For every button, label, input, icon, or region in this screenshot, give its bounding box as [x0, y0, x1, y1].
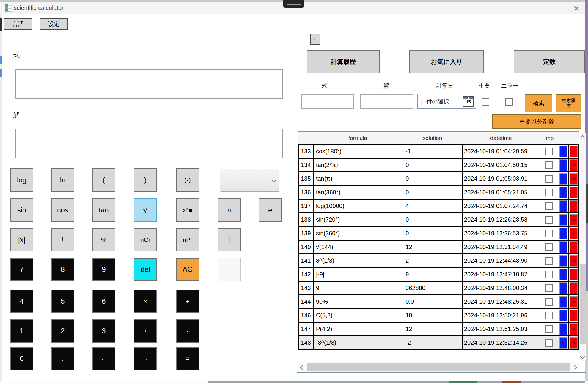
table-row[interactable]: 142 |-9| 9 2024-10-19 12:47:10.87 √ × [299, 268, 579, 282]
table-row[interactable]: 144 90% 0.9 2024-10-19 12:48:25.31 √ × [299, 295, 579, 309]
scroll-left-icon[interactable] [300, 365, 305, 370]
key-close-paren[interactable]: ) [134, 168, 157, 192]
key-cursor-left[interactable]: ← [92, 347, 115, 370]
important-checkbox[interactable] [545, 189, 553, 196]
delete-row-button[interactable]: × [570, 255, 578, 267]
favorite-check-button[interactable]: √ [559, 337, 567, 349]
important-checkbox[interactable] [545, 148, 553, 155]
close-button[interactable]: × [568, 2, 584, 14]
important-checkbox[interactable] [545, 339, 553, 347]
table-row[interactable]: 148 -8^(1/3) -2 2024-10-19 12:52:14.26 √… [299, 336, 579, 350]
key-e[interactable]: e [259, 198, 282, 222]
formula-display[interactable] [15, 69, 283, 99]
delete-row-button[interactable]: × [570, 187, 578, 198]
key-dot[interactable]: . [51, 347, 74, 370]
header-datetime[interactable]: datetime [462, 132, 540, 144]
key-percent[interactable]: % [92, 228, 115, 251]
delete-row-button[interactable]: × [570, 323, 578, 335]
key-5[interactable]: 5 [51, 290, 74, 313]
table-row[interactable]: 146 C(5,2) 10 2024-10-19 12:50:21.96 √ × [299, 309, 579, 323]
key-sin[interactable]: sin [10, 198, 33, 222]
favorite-check-button[interactable]: √ [559, 241, 567, 253]
back-button[interactable]: ← [310, 34, 320, 45]
favorite-check-button[interactable]: √ [559, 214, 567, 226]
key-cos[interactable]: cos [51, 198, 74, 222]
delete-row-button[interactable]: × [570, 310, 578, 321]
important-checkbox[interactable] [545, 216, 553, 224]
important-checkbox[interactable] [545, 202, 553, 210]
key-delete[interactable]: del [134, 258, 157, 281]
scroll-down-icon[interactable] [580, 354, 585, 359]
table-row[interactable]: 141 8^(1/3) 2 2024-10-19 12:44:48.90 √ × [299, 254, 579, 268]
important-checkbox[interactable] [545, 271, 553, 278]
key-negate[interactable]: (-) [176, 168, 199, 192]
horizontal-scrollbar-thumb[interactable] [307, 363, 570, 371]
header-formula[interactable]: formula [313, 132, 403, 144]
key-abs[interactable]: |x| [10, 228, 33, 251]
key-log[interactable]: log [10, 168, 33, 192]
table-row[interactable]: 139 sin(360°) 0 2024-10-19 12:26:53.75 √… [299, 227, 579, 241]
table-row[interactable]: 137 log(10000) 4 2024-10-19 01:07:24.74 … [299, 200, 579, 213]
scroll-up-icon[interactable] [580, 135, 585, 140]
delete-row-button[interactable]: × [570, 282, 578, 294]
error-filter-checkbox[interactable] [505, 98, 513, 106]
key-minus[interactable]: - [176, 319, 199, 343]
key-imaginary[interactable]: i [218, 228, 241, 251]
touch-grab-handle[interactable] [283, 0, 304, 8]
important-checkbox[interactable] [545, 175, 553, 183]
search-formula-input[interactable] [301, 94, 354, 109]
key-cursor-right[interactable]: → [134, 347, 157, 370]
key-8[interactable]: 8 [51, 258, 74, 281]
key-0[interactable]: 0 [10, 347, 33, 370]
important-checkbox[interactable] [545, 312, 553, 319]
vertical-scrollbar-thumb[interactable] [580, 264, 586, 344]
date-picker[interactable]: 日付の選択 15 [417, 94, 476, 109]
delete-row-button[interactable]: × [570, 241, 578, 253]
favorite-check-button[interactable]: √ [559, 269, 567, 280]
scroll-right-icon[interactable] [573, 365, 577, 370]
delete-row-button[interactable]: × [570, 159, 578, 171]
favorite-check-button[interactable]: √ [559, 282, 567, 294]
delete-row-button[interactable]: × [570, 269, 578, 280]
key-factorial[interactable]: ! [51, 228, 74, 251]
key-9[interactable]: 9 [92, 258, 115, 281]
key-open-paren[interactable]: ( [92, 168, 115, 192]
important-checkbox[interactable] [545, 230, 553, 237]
delete-row-button[interactable]: × [570, 337, 578, 349]
key-1[interactable]: 1 [10, 319, 33, 343]
favorite-check-button[interactable]: √ [559, 159, 567, 171]
delete-row-button[interactable]: × [570, 214, 578, 226]
favorite-check-button[interactable]: √ [559, 146, 567, 157]
delete-row-button[interactable]: × [570, 228, 578, 239]
important-checkbox[interactable] [545, 284, 553, 292]
tab-calculation-history[interactable]: 計算履歴 [307, 50, 380, 73]
favorite-check-button[interactable]: √ [559, 187, 567, 198]
delete-non-important-button[interactable]: 重要以外削除 [492, 114, 581, 129]
table-row[interactable]: 140 √(144) 12 2024-10-19 12:31:34.49 √ × [299, 241, 579, 254]
favorite-check-button[interactable]: √ [559, 310, 567, 321]
key-4[interactable]: 4 [10, 290, 33, 313]
important-checkbox[interactable] [545, 161, 553, 169]
header-solution[interactable]: solution [403, 132, 462, 144]
key-2[interactable]: 2 [51, 319, 74, 343]
horizontal-scrollbar[interactable] [298, 362, 579, 372]
search-solution-input[interactable] [360, 94, 413, 109]
key-multiply[interactable]: × [134, 290, 157, 313]
tab-favorites[interactable]: お気に入り [409, 50, 484, 73]
language-button[interactable]: 言語 [4, 18, 32, 30]
key-tan[interactable]: tan [92, 198, 115, 222]
table-row[interactable]: 134 tan(2*π) 0 2024-10-19 01:04:50.15 √ … [299, 159, 579, 172]
header-imp[interactable]: imp [540, 132, 558, 144]
important-filter-checkbox[interactable] [482, 98, 489, 106]
table-row[interactable]: 135 tan(π) 0 2024-10-19 01:05:03.91 √ × [299, 172, 579, 186]
table-row[interactable]: 136 tan(360°) 0 2024-10-19 01:05:21.05 √… [299, 186, 579, 200]
vertical-scrollbar[interactable] [580, 133, 586, 361]
search-button[interactable]: 検索 [525, 94, 552, 112]
favorite-check-button[interactable]: √ [559, 255, 567, 267]
table-row[interactable]: 133 cos(180°) -1 2024-10-19 01:04:29.59 … [299, 145, 579, 159]
key-npr[interactable]: nPr [176, 228, 199, 251]
key-7[interactable]: 7 [10, 258, 33, 281]
key-ln[interactable]: ln [51, 168, 74, 192]
key-plus[interactable]: + [134, 319, 157, 343]
important-checkbox[interactable] [545, 298, 553, 306]
